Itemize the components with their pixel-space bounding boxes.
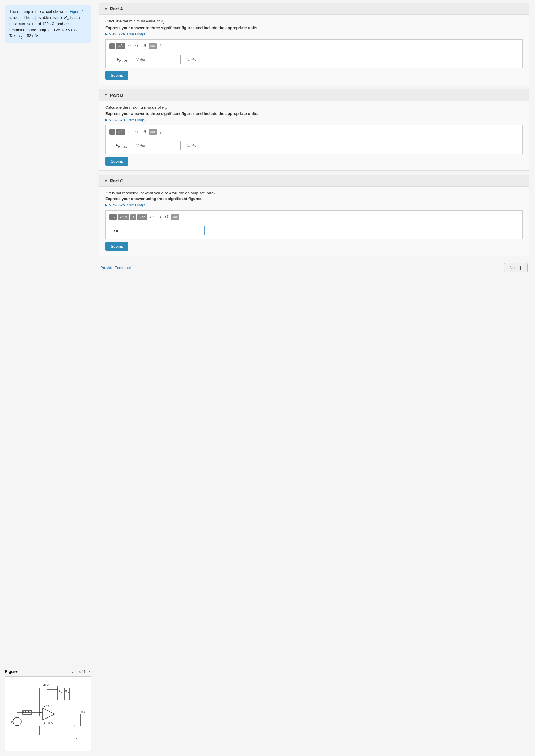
part-b-reset-btn[interactable]: ↺ (141, 128, 147, 135)
part-b-eq-label: vo max = (109, 143, 130, 148)
part-b-submit-btn[interactable]: Submit (105, 157, 128, 166)
part-b-mua-btn[interactable]: μÅ (116, 129, 125, 135)
part-b-instruction: Calculate the maximum value of vo. (105, 105, 523, 110)
provide-feedback-link[interactable]: Provide Feedback (100, 266, 132, 270)
part-c-redo-btn[interactable]: ↪ (156, 213, 162, 220)
figure-nav: ‹ 1 of 1 › (70, 668, 91, 674)
part-b-answer-box: ⊞ μÅ ↩ ↪ ↺ ⌨ ? vo max = (105, 125, 523, 154)
part-b-value-input[interactable] (133, 141, 181, 150)
svg-text:−: − (76, 737, 77, 740)
part-c-submit-btn[interactable]: Submit (105, 242, 128, 251)
part-a-undo-btn[interactable]: ↩ (126, 42, 132, 49)
part-c-keyboard-btn[interactable]: ⌨ (171, 214, 180, 220)
part-a-keyboard-btn[interactable]: ⌨ (149, 43, 157, 49)
part-c-eq-label: α = (109, 229, 118, 233)
part-a-matrix-btn[interactable]: ⊞ (109, 43, 115, 49)
part-c-collapse[interactable]: ▼ (104, 179, 108, 183)
next-button[interactable]: Next ❯ (504, 263, 528, 272)
part-b-redo-btn[interactable]: ↪ (133, 128, 140, 135)
figure-next-btn[interactable]: › (87, 668, 91, 674)
svg-text:o: o (76, 726, 77, 728)
part-b-help-btn[interactable]: ? (158, 129, 163, 135)
svg-text:+: + (43, 715, 45, 718)
part-c-vec-btn[interactable]: vec (137, 214, 147, 220)
part-c-matrix-btn[interactable]: ⊡√ (109, 214, 117, 220)
part-c-sigma-btn[interactable]: ΑΣφ (118, 214, 129, 220)
part-b-undo-btn[interactable]: ↩ (126, 128, 132, 135)
part-a-hints-link[interactable]: View Available Hint(s) (105, 32, 523, 36)
part-c-alpha-input[interactable] (121, 226, 205, 235)
part-c-undo-btn[interactable]: ↩ (149, 213, 155, 220)
figure-prev-btn[interactable]: ‹ (70, 668, 74, 674)
part-a-mua-btn[interactable]: μÅ (116, 43, 125, 49)
problem-statement: The op amp in the circuit shown in Figur… (5, 5, 91, 43)
svg-text:v: v (73, 724, 75, 727)
circuit-diagram: 20 kΩ αR A R A (8, 680, 91, 745)
part-a-answer-box: ⊞ μÅ ↩ ↪ ↺ ⌨ ? vo min = (105, 39, 523, 68)
part-a-redo-btn[interactable]: ↪ (133, 42, 140, 49)
figure-link[interactable]: Figure 1 (70, 9, 84, 14)
part-c-hints-link[interactable]: View Available Hint(s) (105, 203, 523, 207)
svg-text:g: g (13, 722, 14, 724)
svg-text:αR: αR (57, 690, 60, 693)
part-c-header: ▼ Part C (99, 175, 529, 186)
part-b-collapse[interactable]: ▼ (104, 93, 108, 97)
svg-text:−: − (15, 720, 17, 723)
part-b-units-input[interactable] (183, 141, 219, 150)
part-a-toolbar: ⊞ μÅ ↩ ↪ ↺ ⌨ ? (109, 42, 519, 52)
part-c-help-btn[interactable]: ? (181, 214, 185, 220)
svg-text:● −12 V: ● −12 V (43, 721, 53, 724)
part-b-label: Part B (110, 92, 123, 98)
svg-text:● 12 V: ● 12 V (43, 705, 51, 708)
svg-text:−: − (43, 709, 45, 713)
part-a-eq-label: vo min = (109, 57, 130, 62)
part-a-help-btn[interactable]: ? (158, 43, 163, 49)
svg-text:A: A (61, 691, 62, 693)
part-a-value-input[interactable] (133, 55, 181, 64)
part-a-units-input[interactable] (183, 55, 219, 64)
part-a-section: ▼ Part A Calculate the minimum value of … (99, 3, 529, 85)
footer-row: Provide Feedback Next ❯ (99, 263, 529, 272)
svg-text:10 kΩ: 10 kΩ (77, 711, 85, 714)
part-c-label: Part C (110, 178, 123, 183)
part-c-input-row: α = (109, 226, 519, 235)
part-a-label: Part A (110, 6, 123, 12)
figure-box: 20 kΩ αR A R A (5, 676, 91, 751)
part-b-body: Calculate the maximum value of vo. Expre… (99, 101, 529, 171)
part-b-keyboard-btn[interactable]: ⌨ (149, 129, 157, 135)
part-b-input-row: vo max = (109, 141, 519, 150)
part-a-input-row: vo min = (109, 55, 519, 64)
part-c-bold-instruction: Express your answer using three signific… (105, 197, 523, 201)
part-b-hints-link[interactable]: View Available Hint(s) (105, 118, 523, 122)
svg-text:v: v (11, 720, 13, 723)
part-a-reset-btn[interactable]: ↺ (141, 42, 147, 49)
figure-title: Figure (5, 669, 18, 674)
part-c-updown-btn[interactable]: ↕ (130, 214, 136, 220)
part-a-body: Calculate the minimum value of vo. Expre… (99, 15, 529, 85)
part-b-section: ▼ Part B Calculate the maximum value of … (99, 89, 529, 171)
part-a-instruction: Calculate the minimum value of vo. (105, 19, 523, 24)
figure-nav-label: 1 of 1 (76, 669, 86, 674)
part-b-matrix-btn[interactable]: ⊞ (109, 129, 115, 135)
figure-section: Figure ‹ 1 of 1 › 20 kΩ αR A (5, 668, 91, 751)
part-c-instruction: If α is not restricted, at what value of… (105, 191, 523, 195)
svg-text:A: A (68, 691, 69, 693)
part-b-toolbar: ⊞ μÅ ↩ ↪ ↺ ⌨ ? (109, 128, 519, 138)
part-a-bold-instruction: Express your answer to three significant… (105, 25, 523, 30)
part-c-reset-btn[interactable]: ↺ (163, 213, 170, 220)
part-b-header: ▼ Part B (99, 89, 529, 101)
part-c-answer-box: ⊡√ ΑΣφ ↕ vec ↩ ↪ ↺ ⌨ ? α = (105, 210, 523, 239)
part-a-submit-btn[interactable]: Submit (105, 71, 128, 80)
part-c-toolbar: ⊡√ ΑΣφ ↕ vec ↩ ↪ ↺ ⌨ ? (109, 213, 519, 223)
part-a-header: ▼ Part A (99, 3, 529, 15)
svg-rect-26 (77, 714, 81, 726)
part-a-collapse[interactable]: ▼ (104, 7, 108, 11)
part-b-bold-instruction: Express your answer to three significant… (105, 111, 523, 116)
part-c-body: If α is not restricted, at what value of… (99, 186, 529, 256)
part-c-section: ▼ Part C If α is not restricted, at what… (99, 175, 529, 256)
